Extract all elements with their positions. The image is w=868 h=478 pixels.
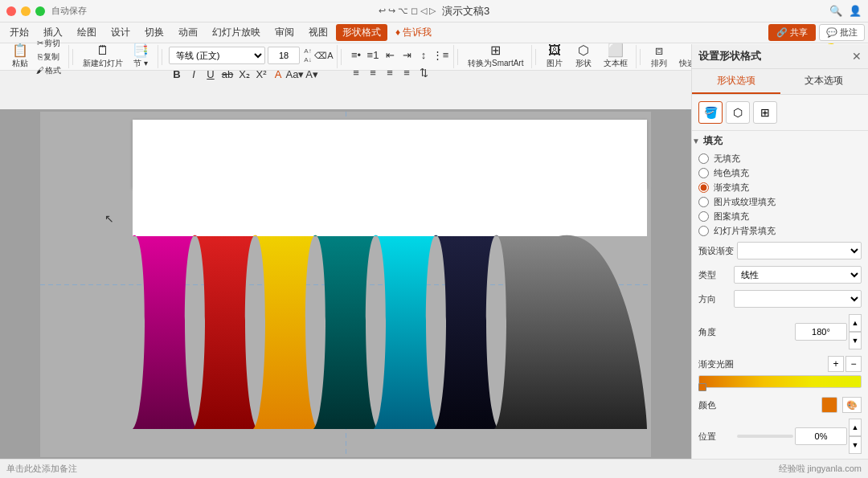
angle-down-btn[interactable]: ▼ xyxy=(849,332,862,349)
type-row: 类型 线性 xyxy=(692,263,868,287)
bold-btn[interactable]: B xyxy=(169,66,185,82)
effects-icon-btn[interactable]: ⊞ xyxy=(753,101,777,124)
menu-review[interactable]: 审阅 xyxy=(268,24,301,41)
remove-stop-btn[interactable]: − xyxy=(845,356,862,372)
copy-btn[interactable]: ⎘复制 xyxy=(34,51,63,63)
angle-input[interactable] xyxy=(795,323,847,341)
clipboard-group: 📋 粘贴 ✂剪切 ⎘复制 🖌格式 xyxy=(5,45,69,68)
font-select[interactable]: 等线 (正文) xyxy=(169,47,265,64)
subscript-btn[interactable]: X₂ xyxy=(236,66,252,82)
minimize-button[interactable] xyxy=(21,6,31,16)
superscript-btn[interactable]: X² xyxy=(253,66,269,82)
title-bar-right: 🔍 👤 xyxy=(829,5,862,17)
panel-tab-shape[interactable]: 形状选项 xyxy=(692,69,780,94)
maximize-button[interactable] xyxy=(35,6,45,16)
sep3 xyxy=(341,49,342,65)
menu-design[interactable]: 设计 xyxy=(104,24,137,41)
picture-btn[interactable]: 🖼 图片 xyxy=(542,43,567,71)
menu-shape-format[interactable]: 形状格式 xyxy=(336,24,387,41)
shape-btn[interactable]: ⬡ 形状 xyxy=(571,43,596,71)
decrease-indent-btn[interactable]: ⇤ xyxy=(382,47,398,63)
strikethrough-btn[interactable]: ab xyxy=(219,66,235,82)
align-left-btn[interactable]: ≡ xyxy=(348,64,364,80)
align-right-btn[interactable]: ≡ xyxy=(382,64,398,80)
color-picker-btn[interactable]: 🎨 xyxy=(842,397,862,413)
section-icon: 📑 xyxy=(133,44,149,57)
italic-btn[interactable]: I xyxy=(186,66,202,82)
font-highlight-btn[interactable]: A▾ xyxy=(304,66,320,82)
preset-gradient-row: 预设渐变 xyxy=(692,239,868,263)
convert-smartart-label: 转换为SmartArt xyxy=(468,58,523,69)
align-center-btn[interactable]: ≡ xyxy=(365,64,381,80)
bullet-list-btn[interactable]: ≡• xyxy=(348,47,364,63)
panel-close-btn[interactable]: ✕ xyxy=(852,50,862,63)
type-select[interactable]: 线性 xyxy=(734,266,862,284)
direction-select[interactable] xyxy=(734,290,862,308)
comment-button[interactable]: 💬 批注 xyxy=(819,24,865,41)
preset-gradient-select[interactable] xyxy=(737,242,862,259)
paste-btn[interactable]: 📋 粘贴 xyxy=(8,43,32,71)
gradient-stop-1[interactable] xyxy=(698,383,706,391)
panel-tab-text[interactable]: 文本选项 xyxy=(780,69,869,94)
direction-label: 方向 xyxy=(698,293,731,305)
add-note-text[interactable]: 单击此处添加备注 xyxy=(6,463,77,475)
menu-draw[interactable]: 绘图 xyxy=(71,24,103,41)
line-spacing-btn[interactable]: ↕ xyxy=(416,47,432,63)
shape-icon-btn[interactable]: ⬡ xyxy=(726,101,750,124)
font-size-increase-btn[interactable]: A↑ xyxy=(302,47,313,55)
window-controls[interactable] xyxy=(6,6,45,16)
text-direction-btn[interactable]: ⇅ xyxy=(416,64,432,80)
position-up-btn[interactable]: ▲ xyxy=(849,419,862,436)
menu-start[interactable]: 开始 xyxy=(3,24,35,41)
picture-label: 图片 xyxy=(547,58,563,69)
underline-btn[interactable]: U xyxy=(203,66,219,82)
color-row: 颜色 🎨 xyxy=(692,394,868,415)
menu-tell-me[interactable]: ♦ 告诉我 xyxy=(389,24,438,41)
textbox-btn[interactable]: ⬜ 文本框 xyxy=(600,43,631,71)
color-swatch[interactable] xyxy=(821,397,837,413)
font-case-btn[interactable]: Aa▾ xyxy=(287,66,303,82)
gradient-bar[interactable] xyxy=(698,375,862,388)
menu-animation[interactable]: 动画 xyxy=(172,24,204,41)
menu-view[interactable]: 视图 xyxy=(302,24,334,41)
numbered-list-btn[interactable]: ≡1 xyxy=(365,47,381,63)
gradient-bar-container xyxy=(698,375,862,388)
menu-transition[interactable]: 切换 xyxy=(138,24,170,41)
textbox-label: 文本框 xyxy=(604,58,628,69)
fill-icon-btn[interactable]: 🪣 xyxy=(698,101,723,124)
new-slide-btn[interactable]: 🗒 新建幻灯片 xyxy=(80,43,126,71)
justify-btn[interactable]: ≡ xyxy=(399,64,415,80)
angle-up-btn[interactable]: ▲ xyxy=(849,314,862,332)
angle-label: 角度 xyxy=(698,326,731,338)
add-stop-btn[interactable]: + xyxy=(828,356,844,372)
convert-smartart-btn[interactable]: ⊞ 转换为SmartArt xyxy=(465,43,526,71)
position-input[interactable] xyxy=(795,427,847,445)
fill-picture-option[interactable]: 图片或纹理填充 xyxy=(698,196,862,208)
sep5 xyxy=(535,49,536,65)
fill-pattern-option[interactable]: 图案填充 xyxy=(698,210,862,223)
close-button[interactable] xyxy=(6,6,16,16)
fill-solid-option[interactable]: 纯色填充 xyxy=(698,167,862,179)
fill-gradient-option[interactable]: 渐变填充 xyxy=(698,182,862,194)
fill-none-option[interactable]: 无填充 xyxy=(698,153,862,165)
position-down-btn[interactable]: ▼ xyxy=(849,436,862,454)
clear-format-btn[interactable]: ⌫A xyxy=(316,47,332,63)
format-painter-btn[interactable]: 🖌格式 xyxy=(34,64,63,77)
search-icon[interactable]: 🔍 xyxy=(829,5,842,17)
section-btn[interactable]: 📑 节 ▾ xyxy=(129,43,153,71)
fill-slide-bg-option[interactable]: 幻灯片背景填充 xyxy=(698,225,862,237)
font-color-btn[interactable]: A xyxy=(270,66,286,82)
user-icon[interactable]: 👤 xyxy=(849,5,862,17)
menu-slideshow[interactable]: 幻灯片放映 xyxy=(206,24,267,41)
cut-btn[interactable]: ✂剪切 xyxy=(34,37,63,50)
share-button[interactable]: 🔗 共享 xyxy=(768,24,816,41)
columns-btn[interactable]: ⋮≡ xyxy=(432,47,448,63)
arrange-label: 排列 xyxy=(651,58,667,69)
font-size-decrease-btn[interactable]: A↓ xyxy=(302,55,313,64)
increase-indent-btn[interactable]: ⇥ xyxy=(399,47,415,63)
fill-section-header[interactable]: ▼ 填充 xyxy=(692,131,868,151)
arrange-btn[interactable]: ⧈ 排列 xyxy=(647,43,671,71)
sep2 xyxy=(162,49,162,65)
color-label: 颜色 xyxy=(698,399,817,411)
font-size-input[interactable] xyxy=(268,47,300,64)
